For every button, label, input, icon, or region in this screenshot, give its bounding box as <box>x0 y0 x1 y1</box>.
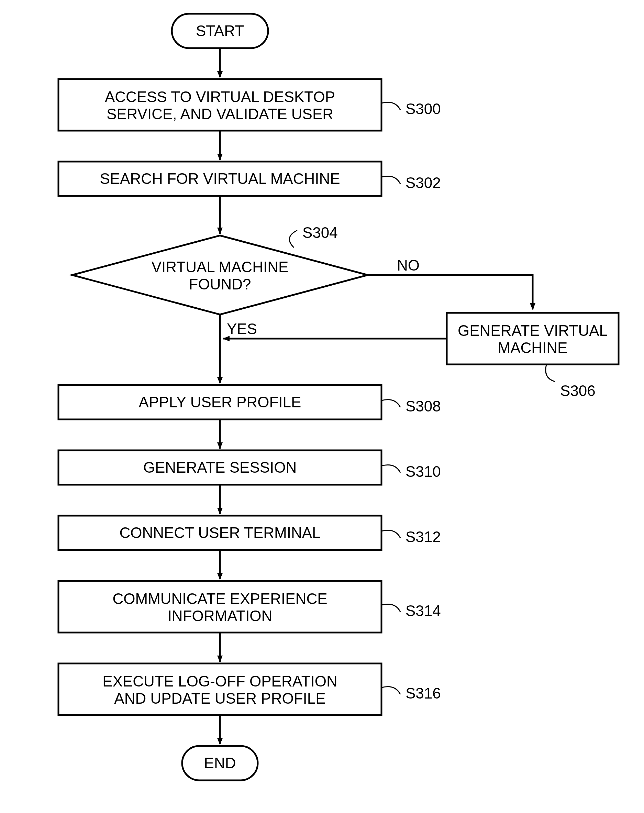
step-s302: SEARCH FOR VIRTUAL MACHINE <box>58 161 382 196</box>
s302-line1: SEARCH FOR VIRTUAL MACHINE <box>100 170 340 187</box>
label-tick <box>289 230 297 247</box>
s308-line1: APPLY USER PROFILE <box>139 394 301 410</box>
s312-line1: CONNECT USER TERMINAL <box>119 524 320 541</box>
label-tick <box>382 604 400 612</box>
s310-line1: GENERATE SESSION <box>143 459 297 476</box>
s316-line1: EXECUTE LOG-OFF OPERATION <box>103 673 337 690</box>
s304-label: S304 <box>302 224 338 241</box>
s300-line1: ACCESS TO VIRTUAL DESKTOP <box>105 88 335 105</box>
label-tick <box>382 687 400 695</box>
step-s310: GENERATE SESSION <box>58 450 382 485</box>
s300-label: S300 <box>405 100 441 117</box>
label-tick <box>382 531 400 538</box>
step-s314: COMMUNICATE EXPERIENCE INFORMATION <box>58 581 382 632</box>
s310-label: S310 <box>405 463 441 480</box>
decision-s304: VIRTUAL MACHINE FOUND? <box>72 235 368 314</box>
s314-line2: INFORMATION <box>168 607 273 624</box>
s316-label: S316 <box>405 685 441 702</box>
step-s306: GENERATE VIRTUAL MACHINE <box>447 313 619 364</box>
label-tick <box>382 103 400 110</box>
no-label: NO <box>397 257 420 274</box>
step-s316: EXECUTE LOG-OFF OPERATION AND UPDATE USE… <box>58 663 382 715</box>
arrow-no <box>368 275 533 309</box>
s302-label: S302 <box>405 174 441 191</box>
label-tick <box>382 465 400 473</box>
step-s312: CONNECT USER TERMINAL <box>58 515 382 550</box>
s300-line2: SERVICE, AND VALIDATE USER <box>107 106 333 123</box>
end-terminator: END <box>182 746 258 780</box>
step-s300: ACCESS TO VIRTUAL DESKTOP SERVICE, AND V… <box>58 79 382 130</box>
s316-line2: AND UPDATE USER PROFILE <box>114 690 325 707</box>
start-terminator: START <box>172 14 268 48</box>
s314-line1: COMMUNICATE EXPERIENCE <box>112 590 327 607</box>
yes-label: YES <box>227 321 257 337</box>
s306-line2: MACHINE <box>498 339 568 356</box>
s304-line2: FOUND? <box>189 276 251 293</box>
label-tick <box>382 176 400 184</box>
label-tick <box>382 400 400 408</box>
s308-label: S308 <box>405 398 441 414</box>
s306-label: S306 <box>560 382 595 399</box>
start-text: START <box>196 22 244 39</box>
s312-label: S312 <box>405 528 441 545</box>
end-text: END <box>204 755 236 772</box>
s314-label: S314 <box>405 602 441 619</box>
step-s308: APPLY USER PROFILE <box>58 385 382 419</box>
s306-line1: GENERATE VIRTUAL <box>458 322 607 339</box>
s304-line1: VIRTUAL MACHINE <box>152 259 289 275</box>
label-tick <box>546 364 555 382</box>
